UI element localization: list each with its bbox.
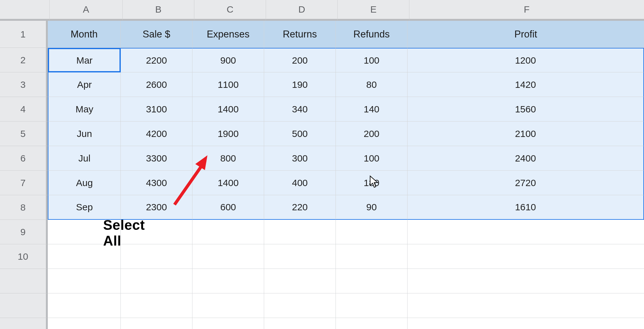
row-extra-3 xyxy=(0,318,644,329)
cell-A9[interactable] xyxy=(48,220,121,244)
cell-D7[interactable]: 400 xyxy=(264,171,336,195)
cell-extra3-F[interactable] xyxy=(408,318,644,329)
cell-F1[interactable]: Profit xyxy=(408,21,644,48)
cell-D3[interactable]: 190 xyxy=(264,72,336,97)
cell-D5[interactable]: 500 xyxy=(264,122,336,146)
cell-E6[interactable]: 100 xyxy=(336,146,408,171)
cell-extra2-B[interactable] xyxy=(121,293,192,318)
cell-B3[interactable]: 2600 xyxy=(121,72,192,97)
cell-E2[interactable]: 100 xyxy=(336,48,408,72)
row-header-9[interactable]: 9 xyxy=(0,220,48,244)
row-header-1[interactable]: 1 xyxy=(0,21,48,48)
cell-B9[interactable] xyxy=(121,220,192,244)
cell-D10[interactable] xyxy=(264,244,336,269)
cell-D4[interactable]: 340 xyxy=(264,97,336,122)
cell-E1[interactable]: Refunds xyxy=(336,21,408,48)
cell-C8[interactable]: 600 xyxy=(192,195,264,220)
row-header-3[interactable]: 3 xyxy=(0,72,48,97)
row-header-2[interactable]: 2 xyxy=(0,48,48,72)
cell-F6[interactable]: 2400 xyxy=(408,146,644,171)
cell-B7[interactable]: 4300 xyxy=(121,171,192,195)
cell-B6[interactable]: 3300 xyxy=(121,146,192,171)
cell-E4[interactable]: 140 xyxy=(336,97,408,122)
cell-extra3-B[interactable] xyxy=(121,318,192,329)
cell-F3[interactable]: 1420 xyxy=(408,72,644,97)
cell-D8[interactable]: 220 xyxy=(264,195,336,220)
row-header-extra-3[interactable] xyxy=(0,318,48,329)
cell-A3[interactable]: Apr xyxy=(48,72,121,97)
cell-B1[interactable]: Sale $ xyxy=(121,21,192,48)
column-header-D[interactable]: D xyxy=(266,0,338,21)
cell-C2[interactable]: 900 xyxy=(192,48,264,72)
cell-extra2-A[interactable] xyxy=(48,293,121,318)
cell-A2[interactable]: Mar xyxy=(48,48,121,72)
cell-C9[interactable] xyxy=(192,220,264,244)
cell-F8[interactable]: 1610 xyxy=(408,195,644,220)
cell-F5[interactable]: 2100 xyxy=(408,122,644,146)
cell-extra2-F[interactable] xyxy=(408,293,644,318)
cell-E3[interactable]: 80 xyxy=(336,72,408,97)
cell-D9[interactable] xyxy=(264,220,336,244)
cell-extra2-D[interactable] xyxy=(264,293,336,318)
select-all-corner[interactable] xyxy=(0,0,50,21)
cell-D1[interactable]: Returns xyxy=(264,21,336,48)
cell-E9[interactable] xyxy=(336,220,408,244)
cell-A4[interactable]: May xyxy=(48,97,121,122)
cell-B10[interactable] xyxy=(121,244,192,269)
row-header-extra-1[interactable] xyxy=(0,269,48,293)
column-header-F[interactable]: F xyxy=(409,0,644,21)
column-header-A[interactable]: A xyxy=(50,0,123,21)
cell-E7[interactable]: 180 xyxy=(336,171,408,195)
cell-A8[interactable]: Sep xyxy=(48,195,121,220)
cell-extra3-E[interactable] xyxy=(336,318,408,329)
row-header-extra-2[interactable] xyxy=(0,293,48,318)
row-header-5[interactable]: 5 xyxy=(0,122,48,146)
cell-extra2-C[interactable] xyxy=(192,293,264,318)
cell-B4[interactable]: 3100 xyxy=(121,97,192,122)
cell-extra2-E[interactable] xyxy=(336,293,408,318)
cell-A7[interactable]: Aug xyxy=(48,171,121,195)
column-header-E[interactable]: E xyxy=(338,0,409,21)
cell-A1[interactable]: Month xyxy=(48,21,121,48)
cell-F4[interactable]: 1560 xyxy=(408,97,644,122)
cell-E10[interactable] xyxy=(336,244,408,269)
column-header-B[interactable]: B xyxy=(123,0,194,21)
row-header-4[interactable]: 4 xyxy=(0,97,48,122)
cell-extra-B[interactable] xyxy=(121,269,192,293)
cell-B2[interactable]: 2200 xyxy=(121,48,192,72)
cell-D6[interactable]: 300 xyxy=(264,146,336,171)
column-header-C[interactable]: C xyxy=(194,0,266,21)
cell-B8[interactable]: 2300 xyxy=(121,195,192,220)
row-header-6[interactable]: 6 xyxy=(0,146,48,171)
cell-extra3-A[interactable] xyxy=(48,318,121,329)
cell-C1[interactable]: Expenses xyxy=(192,21,264,48)
row-header-8[interactable]: 8 xyxy=(0,195,48,220)
row-header-10[interactable]: 10 xyxy=(0,244,48,269)
cell-B5[interactable]: 4200 xyxy=(121,122,192,146)
cell-E5[interactable]: 200 xyxy=(336,122,408,146)
cell-F2[interactable]: 1200 xyxy=(408,48,644,72)
cell-A5[interactable]: Jun xyxy=(48,122,121,146)
cell-D2[interactable]: 200 xyxy=(264,48,336,72)
cell-extra-D[interactable] xyxy=(264,269,336,293)
row-3: 3 Apr 2600 1100 190 80 1420 xyxy=(0,72,644,97)
cell-A6[interactable]: Jul xyxy=(48,146,121,171)
cell-extra-F[interactable] xyxy=(408,269,644,293)
cell-A10[interactable] xyxy=(48,244,121,269)
cell-extra-C[interactable] xyxy=(192,269,264,293)
cell-C4[interactable]: 1400 xyxy=(192,97,264,122)
cell-F7[interactable]: 2720 xyxy=(408,171,644,195)
cell-C10[interactable] xyxy=(192,244,264,269)
cell-extra-A[interactable] xyxy=(48,269,121,293)
cell-F10[interactable] xyxy=(408,244,644,269)
cell-C3[interactable]: 1100 xyxy=(192,72,264,97)
cell-extra3-C[interactable] xyxy=(192,318,264,329)
cell-extra-E[interactable] xyxy=(336,269,408,293)
cell-C7[interactable]: 1400 xyxy=(192,171,264,195)
row-header-7[interactable]: 7 xyxy=(0,171,48,195)
cell-extra3-D[interactable] xyxy=(264,318,336,329)
cell-C5[interactable]: 1900 xyxy=(192,122,264,146)
cell-C6[interactable]: 800 xyxy=(192,146,264,171)
cell-E8[interactable]: 90 xyxy=(336,195,408,220)
cell-F9[interactable] xyxy=(408,220,644,244)
